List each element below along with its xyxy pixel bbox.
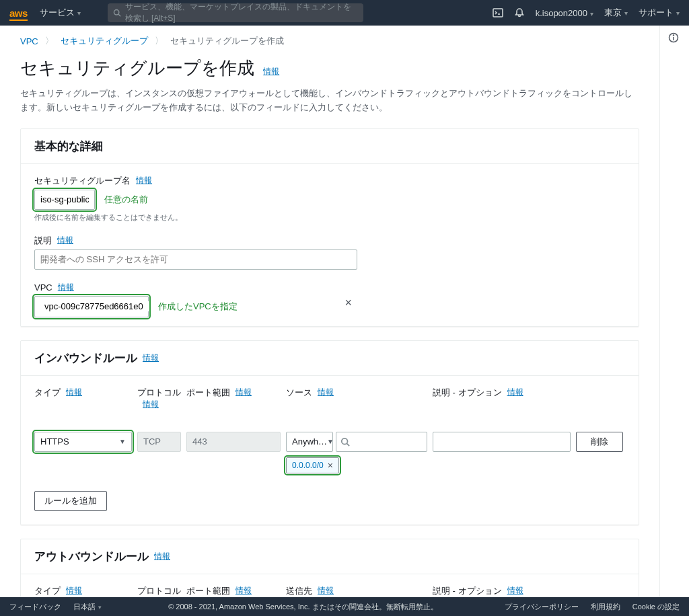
language-select[interactable]: 日本語: [73, 602, 102, 612]
cookie-link[interactable]: Cookie の設定: [632, 602, 680, 612]
svg-rect-2: [493, 9, 503, 17]
inbound-protocol: TCP: [137, 432, 181, 452]
inbound-rules-panel: インバウンドルール 情報 タイプ情報 プロトコル情報 ポート範囲情報 ソース情報…: [20, 340, 639, 525]
col-type: タイプ情報: [34, 387, 132, 399]
inbound-rules-header: インバウンドルール 情報: [21, 341, 639, 376]
svg-point-11: [673, 35, 674, 36]
caret-down-icon: ▼: [327, 438, 334, 445]
breadcrumb-vpc[interactable]: VPC: [20, 36, 38, 46]
basic-details-header: 基本的な詳細: [21, 129, 639, 164]
search-icon: [113, 8, 121, 17]
breadcrumb-current: セキュリティグループを作成: [170, 35, 284, 47]
col-type-out: タイプ情報: [34, 585, 132, 597]
close-icon[interactable]: ×: [328, 460, 333, 471]
sg-desc-input[interactable]: [34, 249, 357, 270]
support-menu[interactable]: サポート: [639, 7, 680, 19]
inbound-source-type-select[interactable]: Anywh…▼: [286, 432, 333, 452]
vpc-annotation: 作成したVPCを指定: [158, 301, 238, 313]
inbound-cidr-chip[interactable]: 0.0.0.0/0 ×: [286, 457, 339, 473]
svg-line-1: [118, 14, 120, 16]
cloudshell-icon[interactable]: [493, 7, 503, 18]
sg-name-input[interactable]: [34, 190, 95, 210]
breadcrumb-security-groups[interactable]: セキュリティグループ: [61, 35, 148, 47]
svg-line-6: [347, 443, 350, 446]
account-menu[interactable]: k.isopon2000: [536, 8, 593, 18]
right-rail: [659, 26, 686, 597]
col-source-info[interactable]: 情報: [318, 387, 334, 398]
notifications-icon[interactable]: [514, 7, 525, 18]
aws-logo[interactable]: aws: [9, 7, 28, 19]
inbound-port: 443: [186, 432, 281, 452]
search-icon: [340, 437, 350, 447]
col-port-out: ポート範囲情報: [186, 585, 281, 597]
vpc-label: VPC 情報: [34, 282, 625, 293]
global-search[interactable]: サービス、機能、マーケットプレイスの製品、ドキュメントを検索し [Alt+S]: [108, 3, 363, 22]
outbound-info-link[interactable]: 情報: [154, 551, 170, 562]
info-icon[interactable]: [668, 32, 679, 43]
sg-name-label: セキュリティグループ名 情報: [34, 175, 625, 187]
col-protocol: プロトコル情報: [137, 387, 181, 410]
inbound-add-rule-button[interactable]: ルールを追加: [34, 491, 107, 511]
vpc-clear-icon[interactable]: ×: [344, 296, 352, 310]
sg-desc-info-link[interactable]: 情報: [57, 235, 73, 246]
top-nav: aws サービス サービス、機能、マーケットプレイスの製品、ドキュメントを検索し…: [0, 0, 689, 26]
page-description: セキュリティグループは、インスタンスの仮想ファイアウォールとして機能し、インバウ…: [20, 87, 639, 115]
col-port-info[interactable]: 情報: [235, 387, 252, 398]
outbound-rules-header: アウトバウンドルール 情報: [21, 539, 639, 574]
inbound-type-select[interactable]: HTTPS▼: [34, 432, 132, 452]
page-title-info-link[interactable]: 情報: [263, 67, 279, 76]
services-menu[interactable]: サービス: [40, 7, 81, 19]
vpc-input[interactable]: [44, 301, 157, 311]
feedback-link[interactable]: フィードバック: [9, 602, 61, 612]
search-placeholder: サービス、機能、マーケットプレイスの製品、ドキュメントを検索し [Alt+S]: [125, 1, 358, 24]
caret-down-icon: ▼: [119, 438, 126, 445]
col-dest-out: 送信先情報: [286, 585, 427, 597]
col-desc-out: 説明 - オプション情報: [433, 585, 571, 597]
col-source: ソース情報: [286, 387, 427, 399]
basic-details-panel: 基本的な詳細 セキュリティグループ名 情報 任意の名前 作成後に名前を編集するこ…: [20, 128, 639, 327]
col-port: ポート範囲情報: [186, 387, 281, 399]
svg-point-5: [342, 438, 348, 444]
inbound-delete-button[interactable]: 削除: [576, 432, 623, 452]
region-menu[interactable]: 東京: [604, 7, 628, 19]
inbound-desc-input[interactable]: [433, 432, 571, 452]
sg-name-annotation: 任意の名前: [104, 194, 148, 206]
sg-name-info-link[interactable]: 情報: [136, 175, 152, 186]
col-type-info[interactable]: 情報: [66, 387, 82, 398]
inbound-source-search[interactable]: [336, 432, 427, 452]
chevron-right-icon: 〉: [155, 35, 164, 47]
col-desc: 説明 - オプション情報: [433, 387, 571, 399]
inbound-info-link[interactable]: 情報: [143, 352, 159, 364]
vpc-info-link[interactable]: 情報: [58, 282, 74, 293]
privacy-link[interactable]: プライバシーポリシー: [505, 602, 579, 612]
breadcrumb: VPC 〉 セキュリティグループ 〉 セキュリティグループを作成: [20, 35, 639, 47]
svg-point-0: [114, 10, 118, 15]
col-desc-info[interactable]: 情報: [507, 387, 523, 398]
sg-desc-label: 説明 情報: [34, 235, 625, 247]
page-title: セキュリティグループを作成 情報: [20, 56, 639, 80]
copyright: © 2008 - 2021, Amazon Web Services, Inc.…: [168, 602, 437, 612]
footer: フィードバック 日本語 © 2008 - 2021, Amazon Web Se…: [0, 597, 689, 616]
col-proto-info[interactable]: 情報: [143, 399, 159, 410]
sg-name-help: 作成後に名前を編集することはできません。: [34, 213, 625, 223]
chevron-right-icon: 〉: [45, 35, 54, 47]
vpc-selector[interactable]: [34, 296, 149, 317]
terms-link[interactable]: 利用規約: [591, 602, 620, 612]
